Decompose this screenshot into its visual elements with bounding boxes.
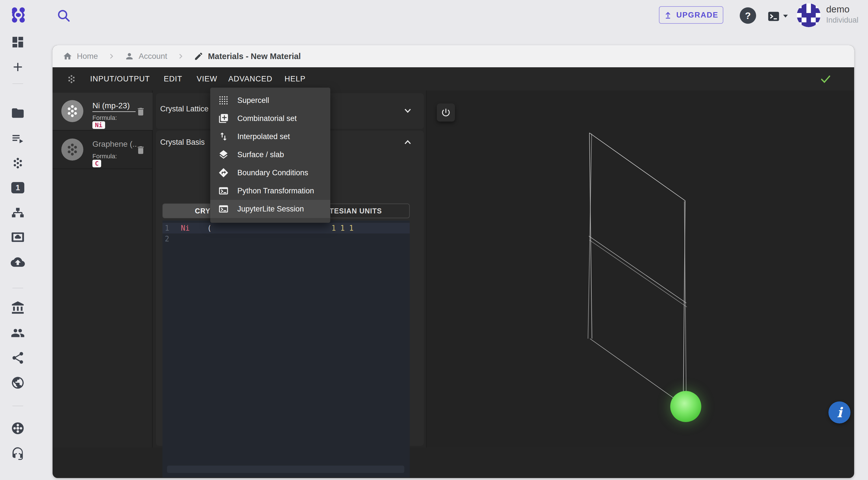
chevron-right-icon <box>177 53 184 60</box>
breadcrumb: Home Account Materials - New Material <box>53 45 854 67</box>
chevron-right-icon <box>107 53 115 60</box>
layers-icon <box>218 149 229 160</box>
advanced-dropdown-menu: Supercell Combinatorial set Interpolated… <box>210 88 330 223</box>
breadcrumb-current: Materials - New Material <box>194 52 301 61</box>
menu-item-python-transformation[interactable]: Python Transformation <box>210 182 330 200</box>
material-thumbnail-icon <box>61 139 83 160</box>
crystal-basis-title: Crystal Basis <box>160 138 205 147</box>
console-menu-button[interactable] <box>766 10 790 23</box>
ni-atom-sphere[interactable] <box>670 391 701 422</box>
sidebar-item-organization[interactable] <box>11 301 25 315</box>
menu-item-supercell[interactable]: Supercell <box>210 91 330 110</box>
formula-label: Formula: <box>92 153 117 160</box>
designer-content: Ni (mp-23) Formula: Ni Graphene (... For… <box>53 90 854 448</box>
chevron-down-icon <box>783 14 788 18</box>
formula-label: Formula: <box>92 114 117 122</box>
info-button[interactable]: i <box>829 401 850 423</box>
app-window: UPGRADE ? demo Individual <box>0 0 868 480</box>
search-icon[interactable] <box>56 8 71 23</box>
name-edit-underline <box>92 111 135 112</box>
line-number: 1 <box>162 223 174 234</box>
sidebar-item-team[interactable] <box>11 326 25 340</box>
sidebar-item-cloud-upload[interactable] <box>11 255 25 269</box>
terminal-icon <box>218 185 229 196</box>
supercell-grid-icon <box>218 95 229 106</box>
pencil-icon <box>194 52 204 61</box>
sidebar-item-media[interactable] <box>11 230 25 244</box>
menu-item-jupyterlite-session[interactable]: JupyterLite Session <box>210 200 330 218</box>
sidebar-divider <box>12 288 23 288</box>
entity-bank-icon: 1 <box>16 183 20 192</box>
menu-item-boundary-conditions[interactable]: Boundary Conditions <box>210 164 330 182</box>
breadcrumb-account[interactable]: Account <box>125 52 167 61</box>
upgrade-label: UPGRADE <box>676 11 718 20</box>
material-item-graphene[interactable]: Graphene (... Formula: C <box>53 131 153 169</box>
code-line-2[interactable]: 2 <box>162 234 410 244</box>
menu-view[interactable]: VIEW <box>197 74 217 83</box>
delete-material-button[interactable] <box>135 106 146 118</box>
menu-advanced[interactable]: ADVANCED <box>228 74 272 83</box>
import-export-icon <box>218 131 229 142</box>
sidebar-item-add-new[interactable] <box>11 60 25 74</box>
formula-chip: C <box>92 160 101 167</box>
sidebar-item-materials-designer[interactable] <box>11 156 25 170</box>
breadcrumb-account-label: Account <box>139 52 167 61</box>
element-token: Ni <box>181 224 190 232</box>
sidebar-item-support[interactable] <box>11 446 25 460</box>
expand-chevron-down-icon[interactable] <box>402 105 413 116</box>
save-check-icon[interactable] <box>819 73 832 85</box>
breadcrumb-home-label: Home <box>77 52 98 61</box>
menu-edit[interactable]: EDIT <box>164 74 183 83</box>
sidebar-item-projects-folder[interactable] <box>11 106 25 120</box>
library-add-icon <box>218 113 229 124</box>
delete-material-button[interactable] <box>135 144 146 156</box>
code-line-1[interactable]: 1Ni(1 1 1 <box>162 223 410 234</box>
sidebar-item-explore[interactable] <box>11 421 25 435</box>
help-button[interactable]: ? <box>740 7 756 24</box>
designer-menubar: INPUT/OUTPUT EDIT VIEW ADVANCED HELP <box>53 67 854 90</box>
sidebar-item-dashboard[interactable] <box>11 35 25 49</box>
menu-item-combinatorial-set[interactable]: Combinatorial set <box>210 110 330 127</box>
info-icon: i <box>837 404 842 420</box>
material-item-ni[interactable]: Ni (mp-23) Formula: Ni <box>53 93 153 130</box>
3d-viewer-panel[interactable]: i <box>427 90 854 448</box>
sidebar-divider <box>12 406 23 406</box>
question-mark-icon: ? <box>745 10 751 21</box>
breadcrumb-home[interactable]: Home <box>63 52 98 61</box>
terminal-icon <box>218 204 229 214</box>
materials-list-panel: Ni (mp-23) Formula: Ni Graphene (... For… <box>53 90 153 448</box>
home-icon <box>63 52 72 61</box>
coords-token: 1 1 1 <box>332 224 353 232</box>
material-name-field[interactable]: Ni (mp-23) <box>92 101 136 110</box>
terminal-icon <box>766 10 781 23</box>
basis-code-editor[interactable]: 1Ni(1 1 1 2 <box>162 220 410 477</box>
viewer-power-button[interactable] <box>437 103 455 122</box>
material-atoms-icon <box>66 73 77 84</box>
sidebar-divider <box>12 83 23 84</box>
material-name[interactable]: Graphene (... <box>92 140 136 149</box>
collapse-chevron-up-icon[interactable] <box>402 137 413 148</box>
sidebar-item-share[interactable] <box>11 351 25 365</box>
formula-chip: Ni <box>92 121 105 129</box>
sidebar-item-workflows[interactable] <box>11 206 25 220</box>
sidebar-item-public-web[interactable] <box>11 376 25 390</box>
power-icon <box>441 108 451 118</box>
menu-item-surface-slab[interactable]: Surface / slab <box>210 146 330 164</box>
crystal-lattice-title: Crystal Lattice <box>160 104 209 113</box>
directions-icon <box>218 167 229 178</box>
menu-item-interpolated-set[interactable]: Interpolated set <box>210 127 330 146</box>
menu-help[interactable]: HELP <box>284 74 306 83</box>
menu-input-output[interactable]: INPUT/OUTPUT <box>90 74 150 83</box>
user-plan: Individual <box>826 16 858 25</box>
editor-horizontal-scrollbar[interactable] <box>167 466 404 473</box>
sidebar-item-jobs-list[interactable] <box>11 131 25 145</box>
upgrade-button[interactable]: UPGRADE <box>659 6 723 24</box>
paren-token: ( <box>207 224 212 232</box>
page-title: Materials - New Material <box>208 52 301 61</box>
sidebar-item-entity-bank[interactable]: 1 <box>11 182 24 193</box>
person-icon <box>125 52 134 61</box>
user-avatar[interactable] <box>797 3 820 27</box>
brand-logo-icon[interactable] <box>10 7 27 23</box>
upload-icon <box>664 11 672 19</box>
material-thumbnail-icon <box>61 100 83 122</box>
